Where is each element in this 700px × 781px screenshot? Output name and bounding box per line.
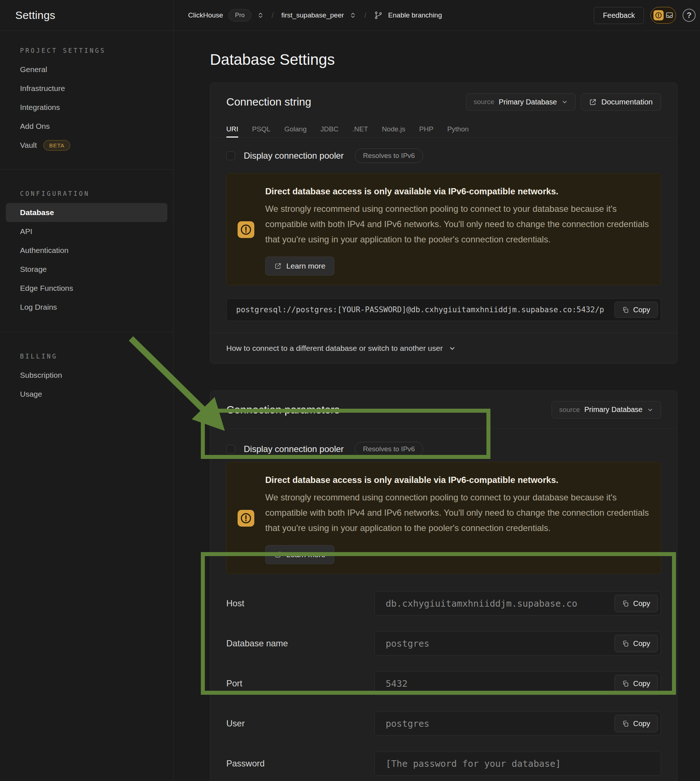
- field-input-password[interactable]: [The password for your database]: [374, 751, 661, 776]
- chevron-down-icon: [562, 98, 568, 105]
- alert-icon: [238, 472, 254, 564]
- top-bar: Settings ClickHouse Pro / first_supabase…: [0, 0, 700, 31]
- sidebar-item-label: Storage: [20, 265, 47, 274]
- field-label-user: User: [226, 718, 374, 729]
- breadcrumb-org[interactable]: ClickHouse: [188, 11, 223, 19]
- tab-jdbc[interactable]: JDBC: [320, 121, 339, 137]
- breadcrumb-separator: /: [362, 11, 368, 20]
- field-value-user: postgres: [386, 718, 429, 729]
- field-value-host: db.cxhygiuitamxhniiddjm.supabase.co: [386, 598, 577, 609]
- chevron-down-icon: [448, 345, 456, 352]
- learn-more-button[interactable]: Learn more: [265, 257, 334, 275]
- sidebar-item-label: Authentication: [20, 246, 68, 255]
- project-selector-chevrons-icon[interactable]: [349, 12, 357, 19]
- copy-label: Copy: [633, 306, 650, 314]
- ipv6-warning: Direct database access is only available…: [226, 173, 661, 285]
- alert-badge-icon: [653, 10, 663, 20]
- copy-label: Copy: [633, 639, 650, 648]
- breadcrumb-project[interactable]: first_supabase_peer: [281, 11, 344, 19]
- connection-string-body: Display connection pooler Resolves to IP…: [210, 138, 677, 333]
- sidebar-section-header: CONFIGURATION: [0, 190, 173, 197]
- inbox-icon: [665, 11, 673, 19]
- page: Settings ClickHouse Pro / first_supabase…: [0, 0, 700, 781]
- sidebar-item-infrastructure[interactable]: Infrastructure: [0, 79, 173, 98]
- help-button[interactable]: ?: [683, 9, 696, 22]
- connection-parameters-actions: source Primary Database: [552, 401, 661, 419]
- tab-uri[interactable]: URI: [226, 121, 238, 137]
- external-link-icon: [274, 551, 282, 558]
- org-selector-chevrons-icon[interactable]: [257, 12, 264, 19]
- field-row-host: Hostdb.cxhygiuitamxhniiddjm.supabase.coC…: [226, 591, 661, 616]
- field-input-host[interactable]: db.cxhygiuitamxhniiddjm.supabase.coCopy: [374, 591, 661, 616]
- sidebar-item-subscription[interactable]: Subscription: [0, 366, 173, 385]
- field-value-database-name: postgres: [386, 638, 429, 649]
- enable-branching-button[interactable]: Enable branching: [388, 11, 442, 19]
- ipv6-warning: Direct database access is only available…: [226, 462, 661, 574]
- sidebar-item-storage[interactable]: Storage: [0, 260, 173, 279]
- connection-string-field[interactable]: postgresql://postgres:[YOUR-PASSWORD]@db…: [226, 299, 661, 321]
- sidebar-item-usage[interactable]: Usage: [0, 385, 173, 404]
- plan-badge[interactable]: Pro: [228, 9, 251, 22]
- field-label-port: Port: [226, 678, 374, 689]
- tab-node-js[interactable]: Node.js: [382, 121, 405, 137]
- source-select[interactable]: source Primary Database: [466, 93, 575, 111]
- field-input-port[interactable]: 5432Copy: [374, 671, 661, 696]
- field-value-port: 5432: [386, 678, 407, 689]
- tab-net[interactable]: .NET: [352, 121, 368, 137]
- connection-string-card-header: Connection string source Primary Databas…: [210, 83, 677, 121]
- sidebar-item-label: General: [20, 65, 47, 74]
- field-row-port: Port5432Copy: [226, 671, 661, 696]
- documentation-button[interactable]: Documentation: [581, 93, 661, 111]
- display-connection-pooler-checkbox[interactable]: [226, 152, 235, 160]
- field-value-password: [The password for your database]: [386, 758, 561, 769]
- field-row-database-name: Database namepostgresCopy: [226, 631, 661, 656]
- sidebar-item-vault[interactable]: VaultBETA: [0, 136, 173, 155]
- learn-more-label: Learn more: [286, 262, 325, 270]
- copy-port-button[interactable]: Copy: [615, 675, 658, 692]
- tab-php[interactable]: PHP: [419, 121, 433, 137]
- copy-host-button[interactable]: Copy: [615, 595, 658, 612]
- top-bar-actions: Feedback ?: [594, 7, 700, 24]
- sidebar-item-integrations[interactable]: Integrations: [0, 98, 173, 117]
- copy-user-button[interactable]: Copy: [615, 715, 658, 732]
- feedback-button[interactable]: Feedback: [594, 7, 644, 24]
- field-input-database-name[interactable]: postgresCopy: [374, 631, 661, 656]
- sidebar-item-label: Infrastructure: [20, 84, 65, 93]
- ipv6-warning-title: Direct database access is only available…: [265, 186, 650, 197]
- app-title: Settings: [15, 9, 55, 22]
- tab-psql[interactable]: PSQL: [252, 121, 271, 137]
- sidebar-item-edge-functions[interactable]: Edge Functions: [0, 279, 173, 298]
- copy-database-name-button[interactable]: Copy: [615, 635, 658, 652]
- sidebar-item-add-ons[interactable]: Add Ons: [0, 117, 173, 136]
- sidebar-item-general[interactable]: General: [0, 60, 173, 79]
- external-link-icon: [274, 262, 282, 270]
- connection-parameters-title: Connection parameters: [226, 404, 340, 416]
- field-row-user: UserpostgresCopy: [226, 711, 661, 736]
- display-connection-pooler-checkbox[interactable]: [226, 445, 235, 454]
- sidebar: PROJECT SETTINGSGeneralInfrastructureInt…: [0, 31, 173, 781]
- copy-label: Copy: [633, 599, 650, 608]
- source-select[interactable]: source Primary Database: [552, 401, 661, 419]
- connection-parameters-body: Display connection pooler Resolves to IP…: [210, 429, 677, 781]
- notifications-button[interactable]: [650, 7, 676, 23]
- learn-more-button[interactable]: Learn more: [265, 545, 334, 564]
- breadcrumb-separator: /: [270, 11, 276, 20]
- sidebar-item-label: Subscription: [20, 371, 62, 380]
- tab-python[interactable]: Python: [447, 121, 468, 137]
- copy-connection-string-button[interactable]: Copy: [615, 302, 658, 318]
- sidebar-item-api[interactable]: API: [0, 222, 173, 241]
- sidebar-item-log-drains[interactable]: Log Drains: [0, 298, 173, 317]
- sidebar-item-label: API: [20, 227, 32, 236]
- ipv6-warning-body: We strongly recommend using connection p…: [265, 490, 650, 536]
- copy-label: Copy: [633, 719, 650, 728]
- field-row-password: Password[The password for your database]: [226, 751, 661, 776]
- connection-string-footer[interactable]: How to connect to a different database o…: [210, 333, 677, 363]
- field-input-user[interactable]: postgresCopy: [374, 711, 661, 736]
- sidebar-item-authentication[interactable]: Authentication: [0, 241, 173, 260]
- connection-string-value: postgresql://postgres:[YOUR-PASSWORD]@db…: [236, 305, 604, 314]
- tab-golang[interactable]: Golang: [284, 121, 306, 137]
- sidebar-item-label: Integrations: [20, 103, 60, 112]
- sidebar-nav: PROJECT SETTINGSGeneralInfrastructureInt…: [0, 31, 173, 419]
- beta-badge: BETA: [43, 140, 70, 151]
- sidebar-item-database[interactable]: Database: [6, 203, 167, 222]
